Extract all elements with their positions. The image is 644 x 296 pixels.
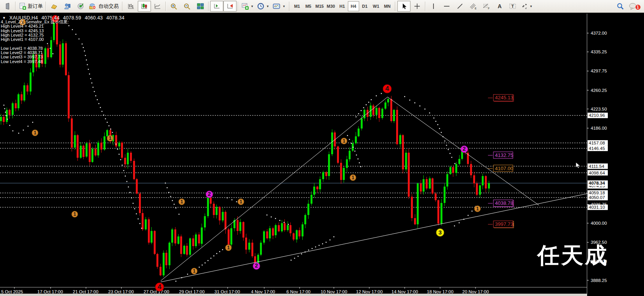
semafor-level2-marker: 2	[253, 263, 260, 270]
svg-text:4210.96: 4210.96	[589, 113, 605, 118]
indicator-level-line: High Level1 = 4107.00	[1, 37, 69, 42]
price-tick-label: 4223.50	[591, 107, 607, 111]
svg-text:4059.18: 4059.18	[589, 190, 605, 195]
semafor-level1-marker: 1	[107, 135, 113, 141]
ohlc-low: 4060.43	[85, 15, 103, 21]
level-price-label: 4210.96	[588, 113, 608, 118]
svg-text:4050.07: 4050.07	[589, 195, 605, 200]
svg-text:4146.45: 4146.45	[589, 146, 605, 151]
current-price-label: 4078.34	[588, 180, 608, 186]
level-price-label: 4098.64	[588, 170, 608, 176]
svg-text:4: 4	[385, 85, 389, 92]
mt4-window: { "toolbar": { "new_order_label": "新订单",…	[0, 0, 644, 296]
svg-text:1: 1	[181, 199, 183, 204]
dashed-level-lines[interactable]	[0, 115, 587, 207]
svg-text:4132.75: 4132.75	[495, 152, 513, 158]
svg-text:3: 3	[439, 229, 442, 236]
price-tick-label: 4186.00	[591, 126, 607, 130]
indicator-comment: 4_Level_ZZ_Semafor_Ex 提示信息:High Level4 =…	[1, 20, 69, 64]
price-tick-label: 3888.25	[591, 278, 607, 283]
svg-text:1: 1	[352, 175, 354, 180]
svg-text:2: 2	[255, 263, 258, 269]
trendline-lower-support	[161, 194, 588, 282]
svg-text:4157.08: 4157.08	[589, 141, 605, 145]
svg-text:4031.10: 4031.10	[589, 205, 605, 210]
level-price-label: 4157.08	[588, 140, 608, 146]
level-box: 4038.78	[488, 200, 513, 206]
semafor-level2-marker: 2	[206, 191, 213, 198]
svg-text:1: 1	[227, 245, 230, 250]
semafor-level1-marker: 1	[191, 268, 197, 274]
semafor-dot-trails	[4, 21, 476, 282]
watermark-text: 任天成	[537, 241, 609, 271]
semafor-level1-marker: 1	[225, 245, 232, 251]
svg-text:2: 2	[208, 191, 211, 197]
trendline-triangle-left	[161, 97, 388, 281]
mouse-cursor	[576, 162, 580, 168]
svg-text:1: 1	[193, 268, 196, 274]
level-price-label: 4050.07	[588, 195, 608, 200]
price-tick-label: 4000.00	[591, 221, 607, 226]
window-bottom-edge	[0, 294, 587, 296]
svg-text:1: 1	[34, 130, 37, 136]
svg-text:1: 1	[476, 206, 479, 211]
semafor-level1-marker: 1	[32, 130, 38, 136]
level-price-label: 4146.45	[588, 146, 608, 151]
level-price-label: 4111.54	[588, 164, 608, 169]
price-tick-label: 4297.75	[591, 69, 607, 73]
candlestick-series	[0, 19, 490, 277]
price-tick-label: 4335.25	[591, 49, 607, 54]
semafor-level4-marker: 4	[383, 85, 391, 93]
svg-text:4078.34: 4078.34	[589, 181, 605, 185]
indicator-level-line: Low Level3 = 3997.73	[1, 55, 69, 59]
semafor-level2-marker: 2	[461, 146, 468, 153]
semafor-level1-marker: 1	[350, 174, 356, 181]
time-axis[interactable]: 5 Oct 202517 Oct 17:0021 Oct 17:0023 Oct…	[1, 287, 489, 294]
indicator-level-line: Low Level4 = 3997.48	[1, 60, 69, 64]
semafor-level1-marker: 1	[179, 199, 185, 205]
semafor-level-boxes[interactable]: 4245.214245.134132.754107.004038.714038.…	[488, 94, 514, 228]
svg-text:1: 1	[240, 199, 242, 204]
svg-text:4111.54: 4111.54	[589, 164, 604, 169]
trend-lines[interactable]	[161, 97, 588, 282]
semafor-level1-marker: 1	[72, 211, 78, 217]
level-box: 4132.75	[488, 152, 513, 159]
svg-text:4098.64: 4098.64	[589, 171, 605, 175]
svg-text:1: 1	[343, 138, 346, 144]
semafor-level3-marker: 3	[436, 229, 444, 236]
semafor-level1-marker: 1	[341, 138, 347, 144]
svg-text:1: 1	[74, 211, 76, 217]
price-tick-label: 4260.25	[591, 88, 607, 93]
svg-text:4107.00: 4107.00	[495, 166, 513, 171]
level-box: 3997.73	[488, 221, 513, 227]
level-box: 4107.00	[488, 165, 513, 172]
svg-text:2: 2	[463, 146, 466, 152]
svg-text:1: 1	[109, 136, 112, 141]
svg-text:4: 4	[158, 283, 161, 291]
semafor-level1-marker: 1	[474, 206, 481, 212]
ohlc-close: 4078.34	[106, 15, 125, 21]
level-box: 4245.13	[488, 94, 513, 101]
svg-text:3997.73: 3997.73	[495, 221, 513, 227]
svg-text:4245.13: 4245.13	[495, 95, 513, 100]
svg-text:4038.78: 4038.78	[495, 200, 513, 206]
semafor-level1-marker: 1	[238, 199, 244, 205]
level-price-label: 4031.10	[588, 204, 608, 210]
price-tick-label: 4372.00	[591, 31, 607, 35]
semafor-level4-marker: 4	[155, 283, 164, 291]
indicator-level-line: High Level4 = 4245.21	[1, 24, 69, 28]
